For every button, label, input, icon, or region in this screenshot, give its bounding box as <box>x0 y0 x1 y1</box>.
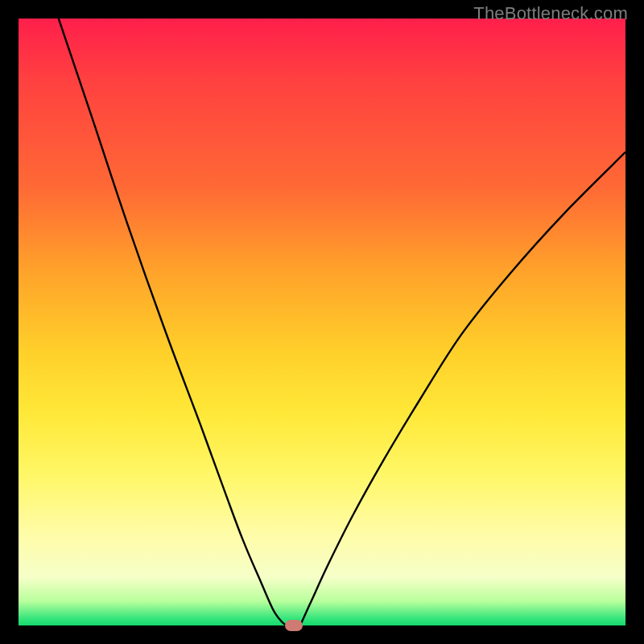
watermark-text: TheBottleneck.com <box>473 3 628 24</box>
chart-curves <box>19 19 625 625</box>
curve-left-branch <box>59 19 287 625</box>
minimum-marker <box>285 620 303 631</box>
chart-plot-area <box>19 19 625 625</box>
curve-right-branch <box>300 152 625 625</box>
chart-frame: TheBottleneck.com <box>0 0 644 644</box>
